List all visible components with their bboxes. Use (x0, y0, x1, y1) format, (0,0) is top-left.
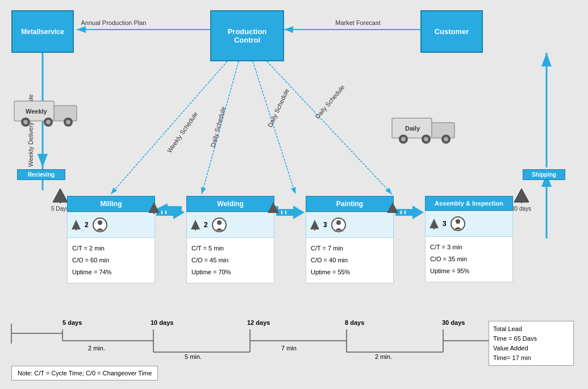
svg-marker-85 (387, 202, 398, 213)
customer-box: Customer (420, 10, 483, 53)
timeline-days-2: 10 days (151, 319, 173, 326)
svg-point-45 (46, 120, 51, 124)
welding-details: C/T = 5 min C/O = 45 min Uptime = 70% (186, 238, 274, 283)
svg-point-52 (401, 137, 406, 141)
svg-marker-74 (276, 206, 305, 219)
svg-line-9 (111, 61, 227, 194)
push-arrow-3 (395, 204, 424, 221)
svg-marker-61 (72, 220, 81, 229)
welding-operators: 2 (186, 212, 274, 238)
svg-point-47 (66, 120, 70, 124)
timeline-time-3: 7 min (281, 345, 297, 352)
note-box: Note: C/T = Cycle Time; C/0 = Changeover… (11, 366, 158, 380)
svg-text:Weekly: Weekly (26, 108, 48, 115)
timeline-time-2: 5 min. (185, 353, 202, 360)
production-control-label: Production Control (228, 27, 267, 44)
daily-truck: Daily (389, 112, 463, 147)
svg-marker-77 (268, 202, 279, 213)
svg-text:Daily: Daily (405, 125, 420, 132)
painting-header: Painting (306, 196, 394, 212)
value-added-box: Value Added Time= 17 min (489, 341, 574, 366)
timeline-time-4: 2 min. (375, 353, 392, 360)
svg-marker-59 (514, 189, 529, 202)
shipping-label: Shipping (523, 169, 565, 180)
milling-section: Milling 2 C/T = 2 min C/O = 60 min Uptim… (67, 196, 155, 283)
timeline-days-4: 8 days (345, 319, 364, 326)
push-arrow-1 (156, 204, 185, 221)
svg-point-73 (217, 220, 222, 225)
assembly-details: C/T = 3 min C/O = 35 min Uptime = 95% (425, 237, 513, 282)
push-arrow-2 (276, 204, 305, 221)
painting-operators: 3 (306, 212, 394, 238)
timeline-days-1: 5 days (62, 319, 82, 326)
inventory-w-p (267, 202, 280, 214)
svg-marker-68 (148, 202, 160, 213)
welding-header: Welding (186, 196, 274, 212)
svg-marker-82 (395, 206, 424, 219)
welding-section: Welding 2 C/T = 5 min C/O = 45 min Uptim… (186, 196, 274, 283)
timeline-days-5: 30 days (442, 319, 465, 326)
timeline-days-3: 12 days (247, 319, 270, 326)
svg-marker-78 (310, 220, 319, 229)
svg-point-43 (23, 120, 28, 124)
metallservice-label: Metallservice (21, 28, 64, 36)
metallservice-box: Metallservice (11, 10, 74, 53)
assembly-operators: 3 (425, 211, 513, 237)
svg-text:Weekly Schedule: Weekly Schedule (166, 111, 199, 154)
svg-marker-86 (429, 219, 439, 228)
svg-marker-65 (156, 206, 185, 219)
svg-line-12 (267, 61, 392, 194)
inventory-p-a (386, 202, 399, 214)
svg-text:Market Forecast: Market Forecast (335, 19, 380, 26)
customer-label: Customer (435, 27, 469, 36)
milling-header: Milling (67, 196, 155, 212)
painting-section: Painting 3 C/T = 7 min C/O = 40 min Upti… (306, 196, 394, 283)
production-control-box: Production Control (210, 10, 284, 61)
svg-text:Daily Schedule: Daily Schedule (266, 87, 290, 128)
inventory-left: 5 Days (51, 187, 69, 212)
assembly-section: Assembly & Inspection 3 C/T = 3 min C/O … (425, 196, 513, 282)
svg-line-11 (253, 61, 295, 194)
milling-operators: 2 (67, 212, 155, 238)
receiving-label: Recieving (17, 169, 65, 180)
timeline-time-1: 2 min. (88, 345, 105, 352)
inventory-m-w (148, 202, 160, 214)
inventory-right: 30 days (511, 187, 531, 212)
svg-point-89 (456, 219, 460, 224)
svg-point-64 (98, 220, 102, 225)
svg-text:Annual Production Plan: Annual Production Plan (81, 19, 147, 26)
painting-details: C/T = 7 min C/O = 40 min Uptime = 55% (306, 238, 394, 283)
svg-point-81 (336, 220, 341, 225)
assembly-header: Assembly & Inspection (425, 196, 513, 211)
svg-point-54 (424, 137, 428, 141)
weekly-truck: Weekly (11, 95, 85, 129)
svg-text:Daily Schedule: Daily Schedule (314, 83, 345, 120)
svg-marker-70 (191, 220, 200, 229)
milling-details: C/T = 2 min C/O = 60 min Uptime = 74% (67, 238, 155, 283)
svg-text:Daily Schedule: Daily Schedule (209, 106, 227, 148)
svg-marker-57 (53, 189, 68, 202)
svg-line-10 (202, 61, 239, 194)
svg-point-56 (444, 137, 448, 141)
